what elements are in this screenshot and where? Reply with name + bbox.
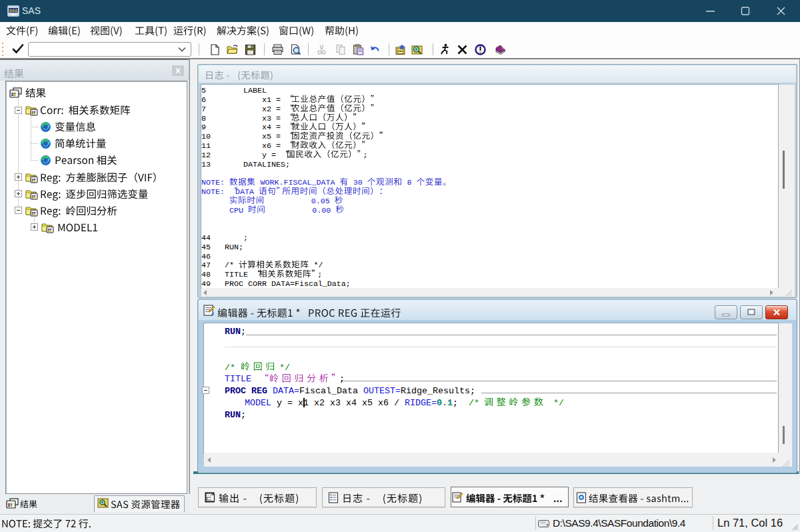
- svg-text:?: ?: [501, 46, 504, 51]
- svg-text:SAS: SAS: [9, 9, 17, 13]
